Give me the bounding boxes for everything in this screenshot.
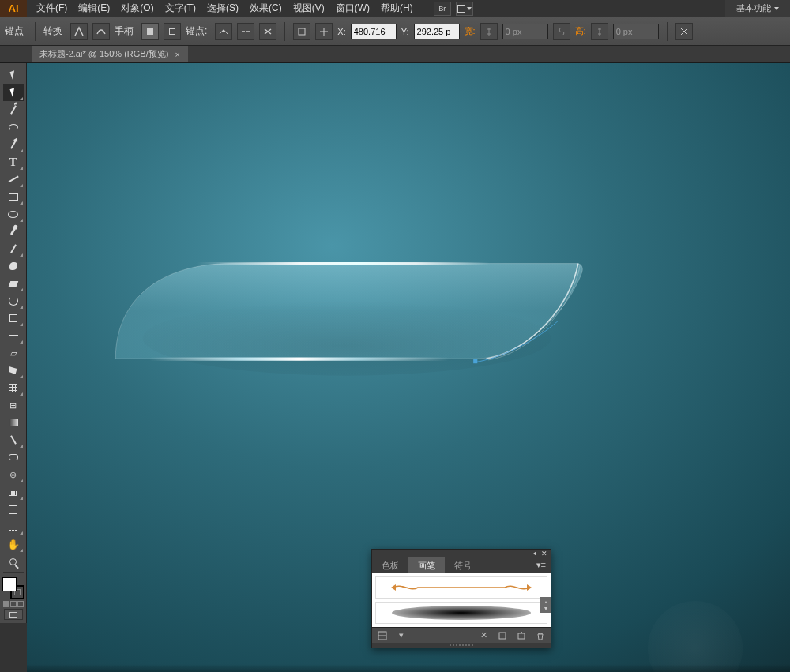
connect-anchor-button[interactable] [237,23,254,40]
menu-select[interactable]: 选择(S) [202,0,243,17]
width-tool[interactable] [3,327,24,344]
w-input[interactable] [502,24,548,39]
isolate-button[interactable] [293,23,310,40]
brush-item-1[interactable] [375,576,547,599]
panel-close-icon[interactable]: ✕ [541,550,547,557]
panel-resize-grip[interactable] [372,643,551,648]
scroll-down-icon[interactable]: ▾ [540,603,551,613]
document-tab[interactable]: 未标题-2.ai* @ 150% (RGB/预览) × [32,46,188,62]
svg-rect-11 [499,633,506,639]
arrange-docs-icon[interactable] [456,2,473,16]
bridge-icon[interactable]: Br [434,2,451,16]
menu-effect[interactable]: 效果(C) [245,0,287,17]
anchor-label: 锚点 [5,24,24,38]
rotate-tool[interactable] [3,292,24,310]
direct-selection-tool[interactable] [3,84,24,101]
panel-scrollbar[interactable]: ▴ ▾ [540,597,551,613]
document-tab-bar: 未标题-2.ai* @ 150% (RGB/预览) × [0,46,790,63]
menu-view[interactable]: 视图(V) [288,0,329,17]
blob-brush-tool[interactable] [3,257,24,275]
remove-anchor-button[interactable] [215,23,232,40]
menu-file[interactable]: 文件(F) [32,0,72,17]
handle-show-button[interactable] [141,23,159,40]
artboard-tool[interactable] [3,501,24,518]
handle-hide-button[interactable] [164,23,181,40]
menu-help[interactable]: 帮助(H) [376,0,418,17]
scale-tool[interactable] [3,310,24,327]
column-graph-tool[interactable] [3,483,24,501]
menu-object[interactable]: 对象(O) [116,0,158,17]
eyedropper-tool[interactable] [3,431,24,449]
remove-stroke-icon[interactable]: ✕ [478,630,489,641]
pencil-tool[interactable] [3,240,24,257]
type-tool[interactable]: T [3,153,24,171]
hand-tool[interactable]: ✋ [3,535,24,553]
w-axis-label: 宽: [465,25,476,37]
y-input[interactable] [414,24,460,39]
screen-mode-button[interactable] [4,609,23,620]
paintbrush-tool[interactable] [3,223,24,240]
menu-bar: Ai 文件(F) 编辑(E) 对象(O) 文字(T) 选择(S) 效果(C) 视… [0,0,790,17]
libraries-menu-icon[interactable]: ▾ [396,630,407,641]
panel-header[interactable]: ✕ [372,550,551,557]
line-tool[interactable] [3,171,24,188]
circle-artwork [648,601,743,672]
options-icon[interactable] [497,630,508,641]
symbol-sprayer-tool[interactable]: ⊛ [3,466,24,483]
pen-tool[interactable] [3,136,24,153]
svg-rect-5 [198,262,490,265]
mesh-tool[interactable]: ⊞ [3,396,24,414]
workspace-switcher[interactable]: 基本功能 [725,0,790,17]
draw-behind[interactable] [10,601,17,607]
constrain-button[interactable] [675,23,693,40]
panel-tab-swatches[interactable]: 色板 [372,557,408,573]
close-tab-icon[interactable]: × [175,50,179,59]
cut-path-button[interactable] [259,23,276,40]
rectangle-tool[interactable] [3,188,24,205]
panel-body [372,573,551,627]
link-icon[interactable] [553,23,570,40]
convert-smooth-button[interactable] [92,23,110,40]
slice-tool[interactable] [3,518,24,535]
x-axis-label: X: [337,27,345,36]
shape-builder-tool[interactable] [3,362,24,379]
panel-collapse-icon[interactable] [533,551,536,556]
zoom-tool[interactable] [3,553,24,570]
menu-window[interactable]: 窗口(W) [331,0,374,17]
convert-corner-button[interactable] [70,23,88,40]
brushes-panel[interactable]: ✕ 色板 画笔 符号 ▾≡ ▴ ▾ ▾ ✕ [371,549,551,648]
gradient-tool[interactable] [3,414,24,431]
ellipse-tool[interactable] [3,205,24,223]
magic-wand-tool[interactable] [3,101,24,118]
svg-rect-12 [518,633,525,639]
brush-libraries-icon[interactable] [377,630,388,641]
link-wh-button[interactable] [480,23,498,40]
draw-modes [3,601,24,607]
free-transform-tool[interactable]: ▱ [3,344,24,362]
draw-inside[interactable] [17,601,24,607]
blend-tool[interactable] [3,449,24,466]
perspective-tool[interactable] [3,379,24,396]
panel-tab-brushes[interactable]: 画笔 [408,557,445,573]
selection-tool[interactable] [3,66,24,84]
svg-point-0 [223,29,225,32]
fill-chip[interactable] [2,577,17,591]
delete-brush-icon[interactable] [535,630,546,641]
anchors-label: 锚点: [186,24,207,38]
tools-panel: T ▱ ⊞ ⊛ ✋ [0,63,27,623]
lasso-tool[interactable] [3,118,24,136]
draw-normal[interactable] [3,601,9,607]
eraser-tool[interactable] [3,275,24,292]
h-input[interactable] [613,24,659,39]
brush-item-2[interactable] [375,602,547,624]
svg-point-8 [392,606,531,620]
menu-type[interactable]: 文字(T) [160,0,201,17]
panel-tab-symbols[interactable]: 符号 [445,557,481,573]
panel-menu-icon[interactable]: ▾≡ [532,557,551,573]
align-pixel-button[interactable] [315,23,333,40]
x-input[interactable] [351,24,397,39]
fill-stroke-chips[interactable] [2,577,24,599]
menu-edit[interactable]: 编辑(E) [73,0,115,17]
link-h-button[interactable] [591,23,608,40]
new-brush-icon[interactable] [516,630,527,641]
